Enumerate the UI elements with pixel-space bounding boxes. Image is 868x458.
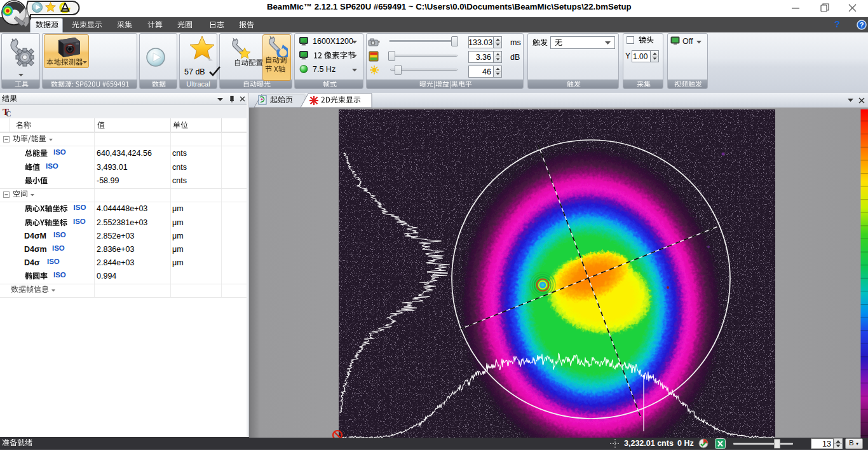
svg-text:?: ?: [860, 21, 864, 29]
svg-text:C: C: [6, 109, 11, 117]
